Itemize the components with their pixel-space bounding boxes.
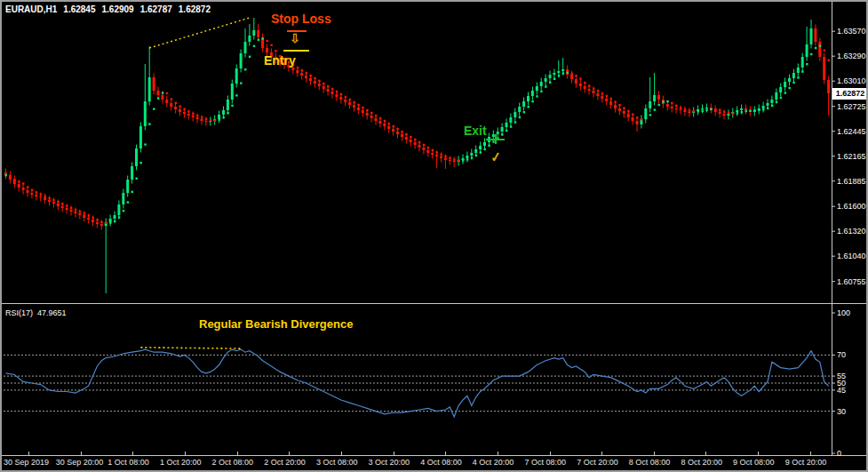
ma-dot — [418, 141, 420, 143]
candle-body — [527, 96, 530, 101]
ma-dot — [741, 111, 743, 113]
candle-body — [192, 116, 195, 117]
ma-dot — [331, 88, 333, 90]
entry-line[interactable] — [283, 50, 309, 52]
exit-check-icon[interactable]: ✓ — [490, 148, 503, 166]
candle-body — [418, 145, 421, 148]
candle-body — [387, 126, 390, 129]
candle-body — [30, 193, 33, 195]
candle-body — [762, 106, 765, 108]
ma-dot — [828, 60, 830, 61]
candle-body — [740, 108, 743, 110]
candle-body — [767, 103, 769, 106]
main-chart-canvas[interactable] — [2, 2, 866, 305]
time-tick-label: 8 Oct 08:00 — [629, 458, 671, 467]
ma-dot — [345, 96, 346, 98]
candle-body — [117, 204, 120, 215]
ma-dot — [301, 69, 303, 71]
candle-body — [244, 42, 247, 53]
ma-dot — [9, 177, 11, 179]
candle-body — [126, 180, 129, 193]
candle-body — [74, 212, 76, 213]
ma-dot — [384, 120, 386, 122]
candle-body — [497, 132, 499, 134]
ma-dot — [689, 109, 690, 111]
exit-label[interactable]: Exit — [464, 124, 487, 138]
entry-label[interactable]: Entry — [264, 53, 296, 68]
ma-dot — [157, 97, 159, 99]
time-tick — [601, 452, 602, 455]
ma-dot — [531, 100, 533, 102]
ma-dot — [92, 217, 94, 219]
candle-body — [540, 82, 543, 86]
ma-dot — [571, 73, 573, 75]
candle-body — [788, 78, 791, 82]
down-arrow-icon[interactable]: ⇩ — [290, 31, 300, 45]
candle-body — [440, 156, 442, 158]
candle-body — [240, 53, 243, 68]
ma-dot — [753, 109, 755, 111]
ma-dot — [528, 106, 530, 108]
price-trendline[interactable] — [149, 18, 250, 48]
candle-body — [779, 87, 782, 92]
candle-body — [623, 111, 625, 114]
ma-dot — [66, 205, 68, 207]
time-tick-label: 2 Oct 08:00 — [212, 458, 254, 467]
candle-body — [784, 82, 786, 87]
divergence-label[interactable]: Regular Bearish Divergence — [199, 317, 353, 331]
ma-dot — [310, 75, 312, 76]
ma-dot — [366, 109, 368, 111]
ma-dot — [797, 76, 799, 78]
candle-body — [719, 112, 721, 114]
ma-dot — [31, 189, 33, 191]
ma-dot — [318, 80, 320, 82]
ma-dot — [510, 125, 512, 127]
ma-dot — [171, 98, 172, 100]
ma-dot — [449, 157, 450, 159]
time-tick-label: 9 Oct 08:00 — [733, 458, 775, 467]
ma-dot — [258, 39, 259, 41]
ma-dot — [5, 174, 7, 176]
ma-dot — [745, 110, 747, 112]
ma-dot — [227, 112, 228, 114]
rsi-indicator-canvas[interactable] — [2, 306, 866, 455]
stop-loss-label[interactable]: Stop Loss — [271, 12, 331, 26]
candle-body — [792, 73, 795, 78]
ma-dot — [627, 110, 629, 112]
time-tick — [394, 452, 394, 455]
ma-dot — [57, 201, 59, 203]
time-tick — [498, 452, 498, 455]
rsi-tick-label: 0 — [837, 449, 841, 458]
ma-dot — [88, 214, 90, 216]
ma-dot — [662, 100, 664, 102]
panel-divider[interactable] — [2, 303, 866, 304]
candle-body — [675, 108, 678, 109]
time-tick — [341, 452, 342, 455]
ma-dot — [362, 107, 363, 108]
ma-dot — [270, 44, 272, 46]
ma-dot — [123, 210, 124, 212]
candle-body — [570, 75, 573, 79]
ma-dot — [728, 112, 729, 114]
ma-dot — [819, 44, 821, 46]
ma-dot — [597, 90, 599, 92]
ma-dot — [96, 219, 98, 220]
price-tick-label: 1.63570 — [837, 27, 866, 36]
candle-body — [609, 101, 612, 105]
exit-marker-tick[interactable] — [495, 134, 497, 144]
ma-dot — [187, 110, 189, 112]
ma-dot — [771, 105, 773, 107]
candle-body — [745, 108, 747, 110]
candle-body — [222, 110, 225, 115]
chart-window: EURAUD,H11.628451.629091.627871.62872 RS… — [0, 0, 868, 472]
rsi-divergence-line[interactable] — [140, 348, 241, 348]
candle-body — [653, 95, 656, 101]
candle-body — [557, 71, 560, 73]
ma-dot — [423, 144, 425, 146]
candle-body — [422, 148, 425, 150]
ma-dot — [723, 111, 725, 113]
ma-dot — [575, 75, 577, 76]
ma-dot — [13, 179, 15, 180]
candle-body — [296, 70, 299, 73]
candle-body — [466, 156, 468, 158]
